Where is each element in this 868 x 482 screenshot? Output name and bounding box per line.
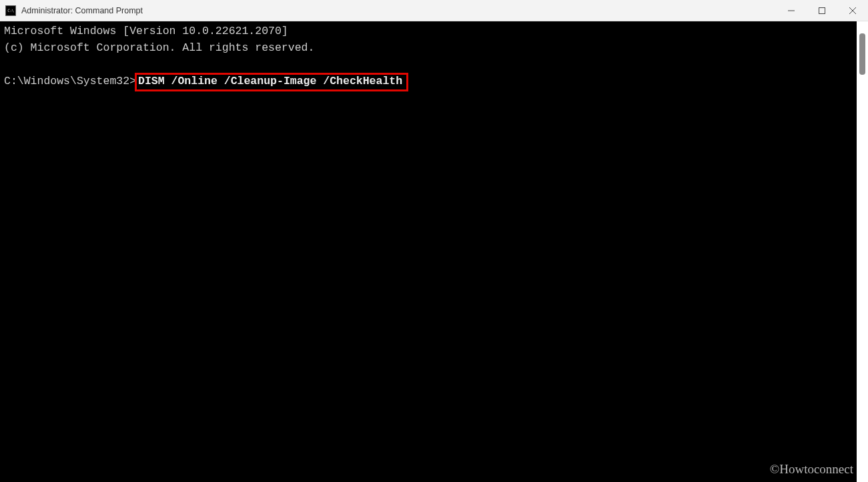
window-controls [776, 0, 868, 21]
terminal-area[interactable]: Microsoft Windows [Version 10.0.22621.20… [0, 21, 868, 482]
maximize-button[interactable] [807, 0, 837, 21]
minimize-button[interactable] [776, 0, 807, 21]
terminal-prompt: C:\Windows\System32> [4, 75, 136, 87]
terminal-content[interactable]: Microsoft Windows [Version 10.0.22621.20… [0, 21, 857, 482]
terminal-line-version: Microsoft Windows [Version 10.0.22621.20… [4, 25, 288, 37]
titlebar-left: C:\ Administrator: Command Prompt [5, 5, 143, 16]
command-highlight: DISM /Online /Cleanup-Image /CheckHealth [135, 73, 408, 91]
window-title: Administrator: Command Prompt [21, 6, 143, 15]
watermark: ©Howtoconnect [770, 462, 853, 477]
command-prompt-icon: C:\ [5, 5, 16, 16]
titlebar[interactable]: C:\ Administrator: Command Prompt [0, 0, 868, 21]
command-prompt-window: C:\ Administrator: Command Prompt Micros… [0, 0, 868, 482]
svg-rect-1 [819, 7, 825, 13]
close-button[interactable] [837, 0, 868, 21]
scrollbar-thumb[interactable] [859, 33, 865, 75]
terminal-line-copyright: (c) Microsoft Corporation. All rights re… [4, 41, 314, 54]
scrollbar-track[interactable] [857, 21, 868, 482]
